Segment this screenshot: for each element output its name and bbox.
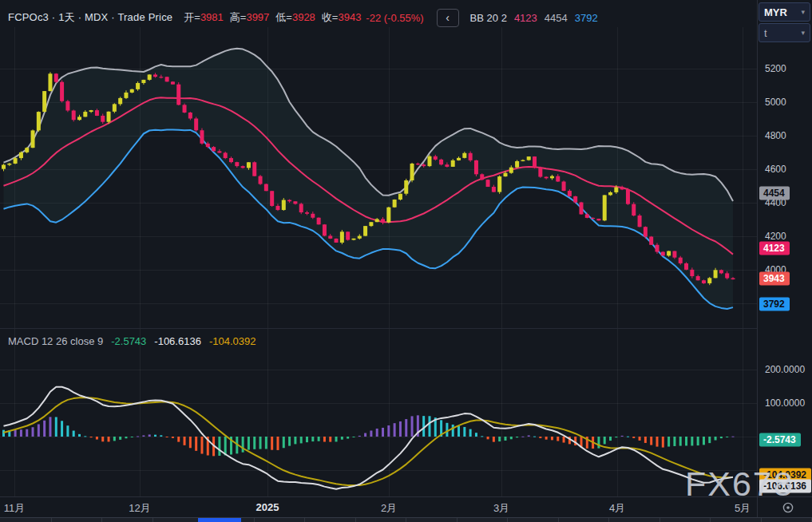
- macd-signal-value: -104.0392: [209, 335, 256, 347]
- scrollbar-segment: [608, 518, 609, 522]
- scrollbar-segment: [761, 518, 762, 522]
- macd-axis-tick: 200.0000: [765, 364, 805, 375]
- price-axis-badge: 3943: [759, 272, 790, 286]
- bb-indicator-name: BB 20 2: [470, 12, 507, 24]
- price-axis-tick: 5000: [765, 97, 786, 108]
- open-label: 开=: [184, 11, 200, 23]
- pane-separator[interactable]: [0, 328, 757, 329]
- scrollbar-segment: [406, 518, 406, 522]
- chevron-down-icon: ▾: [801, 29, 805, 37]
- scrollbar-segment: [101, 518, 102, 522]
- bb-lower-value: 3792: [575, 12, 598, 24]
- scrollbar-segment: [457, 518, 457, 522]
- price-axis-separator: [757, 0, 758, 522]
- time-axis-label[interactable]: 3月: [493, 501, 509, 516]
- low-value: 3928: [292, 11, 315, 23]
- price-axis-badge: 4454: [759, 187, 790, 200]
- time-axis-label[interactable]: 2月: [381, 501, 397, 516]
- bb-upper-value: 4454: [545, 12, 568, 24]
- macd-axis-tick: 100.0000: [765, 397, 805, 409]
- time-axis-label[interactable]: 12月: [129, 501, 150, 516]
- close-value: 3943: [338, 11, 361, 23]
- scrollbar-segment: [507, 518, 508, 522]
- macd-hist-value: -2.5743: [111, 335, 146, 347]
- time-axis-label[interactable]: 4月: [609, 501, 625, 516]
- currency-dropdown[interactable]: MYR ▾: [759, 2, 810, 22]
- chevron-down-icon: ▾: [801, 8, 805, 16]
- low-label: 低=: [275, 11, 292, 23]
- open-value: 3981: [200, 11, 224, 23]
- macd-legend-row[interactable]: MACD 12 26 close 9 -2.5743 -106.6136 -10…: [8, 335, 255, 347]
- scrollbar-segment: [51, 518, 52, 522]
- scrollbar-segment: [558, 518, 559, 522]
- price-axis-tick: 4600: [765, 164, 786, 175]
- price-axis-tick: 4800: [765, 130, 786, 141]
- price-axis-badge: 4123: [759, 242, 790, 255]
- macd-signal-line: [4, 397, 734, 485]
- scrollbar-segment: [355, 518, 356, 522]
- unit-dropdown[interactable]: t ▾: [759, 23, 810, 42]
- scrollbar-active-segment[interactable]: [198, 518, 241, 522]
- scale-toolbar: MYR ▾ t ▾: [759, 2, 810, 42]
- scrollbar-segment: [254, 518, 255, 522]
- price-axis-badge: 3792: [759, 298, 790, 311]
- price-axis-tick: 5200: [765, 63, 786, 74]
- scrollbar-segment: [152, 518, 153, 522]
- time-axis-label[interactable]: 2025: [256, 501, 279, 513]
- bb-basis-value: 4123: [514, 12, 537, 24]
- chart-legend-row: FCPOc3 · 1天 · MDX · Trade Price 开=3981 高…: [8, 9, 598, 26]
- time-axis-label[interactable]: 11月: [4, 501, 26, 516]
- macd-line-value: -106.6136: [154, 335, 201, 347]
- scrollbar-segment: [304, 518, 305, 522]
- macd-pane: [2, 387, 735, 489]
- bollinger-legend[interactable]: BB 20 2 4123 4454 3792: [470, 12, 598, 24]
- symbol-legend[interactable]: FCPOc3 · 1天 · MDX · Trade Price: [8, 10, 172, 25]
- high-label: 高=: [230, 11, 247, 23]
- close-label: 收=: [322, 11, 339, 23]
- collapse-legend-button[interactable]: ‹: [437, 9, 459, 27]
- scrollbar-segment: [660, 518, 660, 522]
- unit-label: t: [764, 27, 767, 39]
- scrollbar-segment: [710, 518, 711, 522]
- fx678-watermark: FX678: [685, 465, 794, 504]
- macd-indicator-name: MACD 12 26 close 9: [8, 335, 103, 347]
- macd-axis-badge: -2.5743: [759, 433, 801, 447]
- bottom-scrollbar[interactable]: [0, 517, 812, 522]
- high-value: 3997: [246, 11, 269, 23]
- price-axis-tick: 4200: [765, 231, 786, 242]
- chevron-left-icon: ‹: [446, 11, 450, 24]
- currency-label: MYR: [764, 6, 787, 18]
- ohlc-values: 开=3981 高=3997 低=3928 收=3943: [184, 10, 361, 25]
- trading-chart-app: FCPOc3 · 1天 · MDX · Trade Price 开=3981 高…: [0, 0, 812, 522]
- change-value: -22 (-0.55%): [366, 12, 423, 24]
